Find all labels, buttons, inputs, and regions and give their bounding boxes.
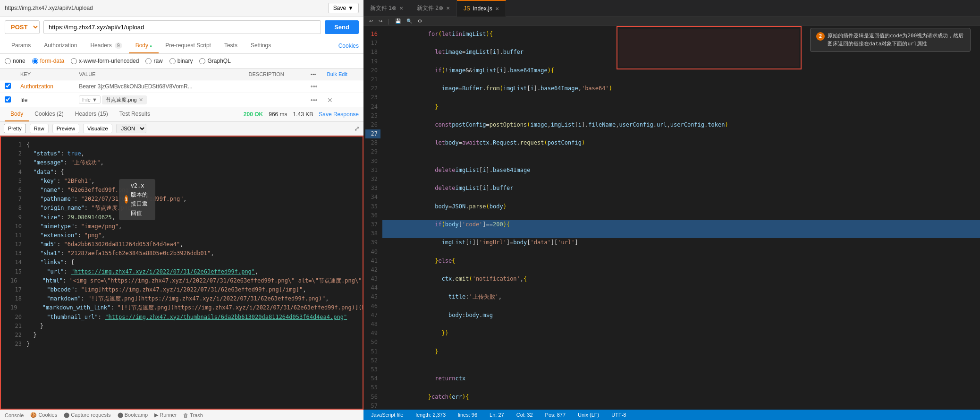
code-line-29: } else { [382,257,980,274]
status-pos: Pos: 877 [542,412,568,418]
cookies-link[interactable]: Cookies [338,43,359,49]
toolbar-find[interactable]: 🔍 [405,17,414,25]
radio-graphql[interactable]: GraphQL [199,58,230,64]
editor-tab-file1[interactable]: 新文件 1⊗ ✕ [363,0,410,17]
tab-tests[interactable]: Tests [218,38,244,53]
gutter-48: 48 [365,320,380,329]
row1-value: Bearer 3|zGMBvc8kON3uEDStt68V8VomR... [74,80,244,93]
status-lines: lines: 96 [455,412,480,418]
gutter-42: 42 [365,266,380,274]
format-raw[interactable]: Raw [30,124,49,133]
response-tab-cookies[interactable]: Cookies (2) [29,107,69,121]
file-remove-icon[interactable]: ✕ [139,97,143,103]
trash-link[interactable]: 🗑 Trash [183,412,203,418]
code-line-32: body: body.msg [382,311,980,329]
editor-toolbar: ↩ ↪ | 💾 🔍 ⚙ [363,17,980,26]
tab-settings[interactable]: Settings [244,38,278,53]
response-tab-headers[interactable]: Headers (15) [69,107,114,121]
response-tab-tests[interactable]: Test Results [114,107,156,121]
console-link[interactable]: Console [5,412,24,418]
editor-tabs-bar: 新文件 1⊗ ✕ 新文件 2⊗ ✕ JS index.js ✕ [363,0,980,17]
gutter-49: 49 [365,329,380,338]
th-key: KEY [16,69,74,80]
gutter-28: 28 [365,138,380,147]
url-input[interactable] [43,20,321,34]
expand-button[interactable]: ⤢ [354,125,360,132]
format-preview[interactable]: Preview [52,124,79,133]
radio-urlencoded[interactable]: x-www-form-urlencoded [71,58,139,64]
gutter-17: 17 [365,39,380,48]
gutter-57: 57 [365,402,380,410]
gutter-44: 44 [365,283,380,292]
bootcamp-link[interactable]: ⬤ Bootcamp [118,412,148,418]
tab-headers[interactable]: Headers 9 [84,38,128,53]
row2-dots[interactable]: ••• [311,96,318,104]
tooltip-num-1: 1 [125,195,128,204]
code-line-22: let body = await ctx.Request.request(pos… [382,138,980,156]
send-button[interactable]: Send [325,20,359,34]
toolbar-undo[interactable]: ↩ [367,17,375,25]
code-line-26: body = JSON.parse(body) [382,202,980,220]
row2-delete[interactable]: ✕ [327,96,333,104]
code-line-23 [382,157,980,166]
gutter-54: 54 [365,374,380,383]
gutter-30: 30 [365,157,380,166]
code-line-21: const postConfig = postOptions(image, im… [382,120,980,138]
json-line-1: 1{ [6,140,358,149]
runner-link[interactable]: ▶ Runner [154,412,177,418]
capture-link[interactable]: ⬤ Capture requests [64,412,110,418]
line-numbers: 16 17 18 19 20 21 22 23 24 25 26 27 28 2… [363,26,382,410]
code-line-35 [382,365,980,374]
code-line-30: ctx.emit('notification', { [382,274,980,292]
status-length: length: 2,373 [413,412,448,418]
format-pretty[interactable]: Pretty [4,124,26,133]
file-select[interactable]: File ▼ [79,95,101,104]
gutter-25: 25 [365,111,380,120]
save-button[interactable]: Save ▼ [328,3,359,13]
gutter-35: 35 [365,202,380,211]
gutter-18: 18 [365,48,380,57]
row1-dots[interactable]: ••• [311,83,318,90]
gutter-47: 47 [365,311,380,320]
toolbar-save[interactable]: 💾 [393,17,403,25]
gutter-16: 16 [365,30,380,39]
cookies-link-bottom[interactable]: 🍪 Cookies [30,412,57,418]
format-visualize[interactable]: Visualize [83,124,112,133]
tab-body[interactable]: Body ● [129,38,159,53]
radio-form-data[interactable]: form-data [32,58,64,64]
code-line-31: title: '上传失败', [382,292,980,310]
editor-tab-index[interactable]: JS index.js ✕ [457,0,506,17]
status-col: Col: 32 [514,412,536,418]
row2-key: file [16,93,74,107]
response-tab-body[interactable]: Body [5,107,29,121]
tab3-close[interactable]: ✕ [495,6,499,11]
chevron-down-icon: ▼ [348,5,354,11]
response-tabs: Body Cookies (2) Headers (15) Test Resul… [0,107,363,122]
th-bulk-edit[interactable]: Bulk Edit [322,69,364,80]
json-line-17: 17 "bbcode": "[img]https://img.zhx47.xyz… [6,285,358,294]
tab-prerequest[interactable]: Pre-request Script [159,38,218,53]
radio-none[interactable]: none [5,58,25,64]
editor-content: 16 17 18 19 20 21 22 23 24 25 26 27 28 2… [363,26,980,410]
json-line-6: 6 "name": "62e63effed99f.png", [6,186,358,195]
json-line-13: 13 "sha1": "21287aefa155fc62e3845a8805e0… [6,249,358,258]
code-area: 2 原始的插件逻辑是返回值的code为200视为请求成功，然后图床返回的链接在d… [382,26,980,410]
tab-params[interactable]: Params [5,38,37,53]
tab-authorization[interactable]: Authorization [37,38,84,53]
toolbar-settings[interactable]: ⚙ [416,17,424,25]
code-line-28: imgList[i]['imgUrl'] = body['data']['url… [382,238,980,256]
method-select[interactable]: POST [5,20,40,34]
radio-raw[interactable]: raw [145,58,162,64]
save-response-button[interactable]: Save Response [319,111,359,118]
format-type-select[interactable]: JSON [116,124,146,133]
row1-checkbox[interactable] [5,83,11,89]
tab1-close[interactable]: ✕ [399,6,403,11]
tab2-close[interactable]: ✕ [446,6,450,11]
row2-checkbox[interactable] [5,96,11,103]
gutter-37: 37 [365,220,380,229]
annotation-num-2: 2 [816,32,825,41]
gutter-33: 33 [365,184,380,193]
radio-binary[interactable]: binary [169,58,193,64]
toolbar-redo[interactable]: ↪ [377,17,384,25]
editor-tab-file2[interactable]: 新文件 2⊗ ✕ [410,0,457,17]
